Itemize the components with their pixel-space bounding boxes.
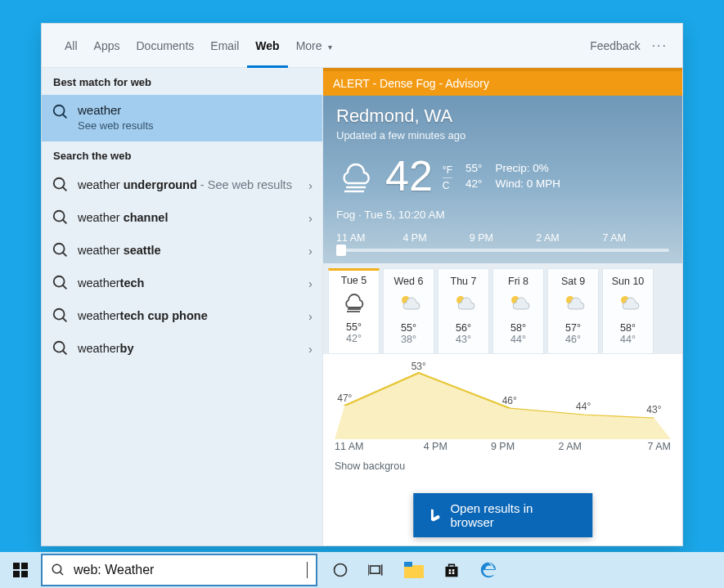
weather-icon	[506, 304, 531, 316]
edge-icon[interactable]	[479, 561, 497, 579]
wind-label: Wind: 0 MPH	[495, 177, 560, 190]
forecast-low: 44°	[603, 334, 653, 345]
svg-point-29	[335, 564, 347, 577]
cortana-icon[interactable]	[332, 562, 349, 578]
suggestion-item[interactable]: weatherby ›	[42, 332, 322, 365]
svg-point-8	[54, 276, 65, 287]
svg-point-12	[54, 342, 65, 352]
best-match-subtitle: See web results	[78, 119, 154, 132]
taskbar-search-input[interactable]	[74, 563, 299, 577]
hour-label: 11 AM	[336, 232, 402, 244]
svg-point-10	[54, 309, 65, 320]
suggestion-item[interactable]: weathertech ›	[42, 267, 322, 299]
feedback-link[interactable]: Feedback	[590, 39, 640, 52]
svg-rect-24	[21, 563, 28, 569]
svg-rect-23	[13, 563, 20, 569]
unit-f[interactable]: °F	[443, 164, 452, 178]
graph-point-label: 43°	[646, 404, 661, 415]
search-icon	[52, 209, 70, 227]
best-match-title: weather	[78, 103, 154, 117]
preview-pane: ALERT - Dense Fog - Advisory Redmond, WA…	[322, 68, 682, 545]
suggestion-text: weathertech	[78, 276, 300, 290]
chevron-right-icon[interactable]: ›	[308, 178, 313, 192]
tab-apps[interactable]: Apps	[86, 24, 128, 68]
forecast-low: 42°	[329, 333, 379, 344]
svg-line-1	[63, 114, 67, 119]
chevron-right-icon[interactable]: ›	[308, 309, 313, 323]
forecast-day: Sat 9	[548, 276, 598, 287]
hour-label: 9 PM	[470, 232, 536, 244]
tab-more[interactable]: More ▾	[288, 24, 341, 68]
forecast-tile[interactable]: Sun 10 58° 44°	[602, 268, 654, 354]
more-options-icon[interactable]: ···	[652, 38, 668, 53]
chevron-right-icon[interactable]: ›	[673, 418, 679, 437]
graph-point-label: 46°	[502, 395, 517, 406]
forecast-low: 38°	[384, 334, 434, 345]
hour-slider[interactable]: 11 AM4 PM9 PM2 AM7 AM	[336, 232, 669, 252]
search-icon	[52, 176, 70, 194]
svg-line-3	[63, 187, 67, 191]
suggestion-item[interactable]: weather seattle ›	[42, 234, 322, 267]
search-flyout: All Apps Documents Email Web More ▾ Feed…	[41, 23, 683, 546]
file-explorer-icon[interactable]	[404, 562, 424, 578]
svg-point-2	[54, 178, 65, 189]
hour-label: 2 AM	[536, 232, 602, 244]
taskbar-search[interactable]	[41, 554, 317, 586]
forecast-high: 56°	[438, 322, 488, 334]
suggestion-item[interactable]: weathertech cup phone ›	[42, 299, 322, 332]
slider-thumb[interactable]	[336, 245, 346, 256]
best-match-header: Best match for web	[42, 68, 322, 95]
chevron-right-icon[interactable]: ›	[308, 244, 313, 258]
svg-rect-39	[452, 572, 455, 575]
suggestion-item[interactable]: weather channel ›	[42, 201, 322, 234]
svg-point-27	[52, 564, 61, 573]
scope-tabs: All Apps Documents Email Web More ▾ Feed…	[42, 24, 682, 68]
tab-all[interactable]: All	[56, 24, 86, 68]
chevron-right-icon[interactable]: ›	[308, 276, 313, 290]
weather-icon	[342, 303, 366, 315]
tab-web[interactable]: Web	[247, 24, 287, 68]
search-icon	[52, 241, 70, 259]
best-match-item[interactable]: weather See web results	[42, 95, 322, 141]
tab-more-label: More	[296, 39, 322, 52]
graph-x-label: 4 PM	[402, 441, 469, 452]
forecast-tile[interactable]: Wed 6 55° 38°	[383, 268, 434, 354]
weather-icon	[561, 304, 586, 316]
suggestion-text: weather underground - See web results	[78, 178, 300, 191]
forecast-day: Fri 8	[493, 276, 543, 287]
open-in-browser-button[interactable]: Open results in browser	[413, 493, 593, 537]
updated-time: Updated a few minutes ago	[336, 129, 669, 141]
forecast-tile[interactable]: Tue 5 55° 42°	[328, 268, 380, 354]
chevron-right-icon[interactable]: ›	[308, 211, 313, 225]
suggestion-item[interactable]: weather underground - See web results ›	[42, 168, 322, 201]
tab-documents[interactable]: Documents	[128, 24, 202, 68]
search-icon	[52, 307, 70, 325]
svg-rect-34	[404, 562, 412, 567]
suggestion-text: weathertech cup phone	[78, 309, 300, 322]
current-temp: 42	[385, 155, 433, 197]
hour-label: 4 PM	[402, 232, 469, 244]
forecast-low: 46°	[548, 334, 598, 345]
weather-alert[interactable]: ALERT - Dense Fog - Advisory	[323, 68, 682, 96]
store-icon[interactable]	[443, 562, 460, 578]
forecast-tile[interactable]: Thu 7 56° 43°	[438, 268, 489, 354]
fog-icon	[336, 156, 375, 195]
forecast-high: 57°	[548, 322, 598, 334]
show-background-link[interactable]: Show backgrou	[323, 456, 682, 480]
forecast-tile[interactable]: Fri 8 58° 44°	[492, 268, 544, 354]
search-icon	[52, 339, 70, 357]
temp-graph: 47°53°46°44°43° 11 AM4 PM9 PM2 AM7 AM	[323, 354, 682, 456]
unit-toggle[interactable]: °F C	[443, 164, 452, 191]
graph-point-label: 44°	[576, 401, 591, 412]
bing-icon	[428, 508, 443, 523]
svg-line-9	[63, 285, 67, 290]
forecast-tile[interactable]: Sat 9 57° 46°	[547, 268, 599, 354]
tab-email[interactable]: Email	[202, 24, 247, 68]
search-icon	[52, 274, 70, 292]
start-button[interactable]	[0, 552, 41, 588]
unit-c[interactable]: C	[443, 180, 452, 191]
today-high: 55°	[465, 162, 482, 174]
forecast-tiles: Tue 5 55° 42° Wed 6 55° 38° Thu 7 56° 43…	[323, 263, 682, 354]
task-view-icon[interactable]	[368, 562, 384, 578]
chevron-right-icon[interactable]: ›	[308, 342, 313, 356]
